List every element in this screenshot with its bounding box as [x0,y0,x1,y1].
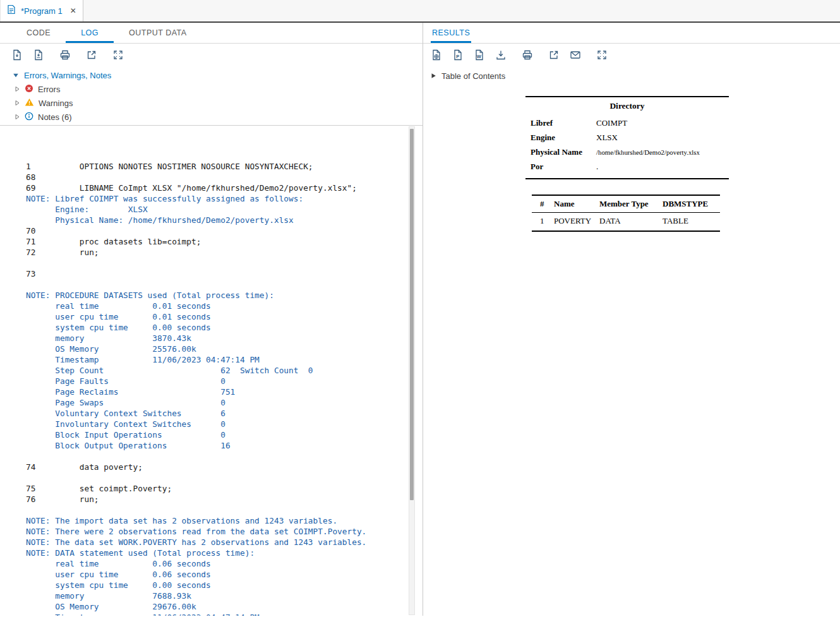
download-pdf-button[interactable]: P [450,47,466,63]
download-log-icon [32,49,45,61]
members-table-body: 1POVERTYDATATABLE [532,213,720,231]
log-line: Page Reclaims 751 [26,386,423,397]
close-tab-icon[interactable]: ✕ [70,7,76,15]
log-line: system cpu time 0.00 seconds [26,580,423,590]
download-word-icon: W [473,49,486,61]
results-panel: RESULTS P [423,23,840,616]
save-log-icon [11,49,23,61]
tab-output-data[interactable]: OUTPUT DATA [114,23,202,43]
members-table-cell: POVERTY [554,216,599,226]
document-tab-title: *Program 1 [21,6,63,16]
maximize-view-icon [112,49,124,61]
directory-row-label: Por [531,162,596,172]
log-line: Step Count 62 Switch Count 0 [26,365,423,376]
notes-label: Notes (6) [38,112,71,122]
program-panel: CODE LOG OUTPUT DATA [0,23,423,616]
log-scrollbar-thumb[interactable] [410,129,414,500]
program-view-tabs: CODE LOG OUTPUT DATA [0,23,423,44]
members-header-cell: Member Type [599,199,663,209]
document-tab-program-1[interactable]: *Program 1 ✕ [0,0,83,21]
log-line: Block Output Operations 16 [26,440,423,451]
directory-row-value: XLSX [596,133,618,143]
directory-row-value: . [596,162,598,172]
log-line: 1 OPTIONS NONOTES NOSTIMER NOSOURCE NOSY… [26,161,423,172]
email-results-button[interactable] [567,47,584,63]
error-icon [25,84,33,95]
expand-triangle-icon [14,99,20,108]
directory-table: Directory LibrefCOIMPTEngineXLSXPhysical… [525,96,729,179]
issues-header-label: Errors, Warnings, Notes [24,71,111,80]
members-table-cell: 1 [540,216,554,226]
log-scrollbar[interactable] [409,126,415,615]
members-table-cell: TABLE [663,216,720,226]
log-line: Page Swaps 0 [26,397,423,408]
members-header-cell: Name [554,199,599,209]
tab-code[interactable]: CODE [11,23,66,43]
directory-row-label: Libref [531,118,596,128]
log-viewer[interactable]: 1 OPTIONS NONOTES NOSTIMER NOSOURCE NOSY… [0,126,423,616]
print-icon [59,49,71,61]
warnings-group[interactable]: Warnings [13,96,423,110]
log-line: NOTE: The import data set has 2 observat… [26,515,423,526]
errors-warnings-notes-section: Errors, Warnings, Notes Errors Warnings [0,66,423,126]
log-line: memory 3870.43k [26,333,423,344]
table-of-contents-toggle[interactable]: Table of Contents [423,66,840,82]
open-html-result-icon [430,49,443,61]
toc-label: Table of Contents [441,71,505,81]
maximize-results-view-button[interactable] [594,47,610,63]
notes-group[interactable]: Notes (6) [13,110,423,124]
open-results-new-tab-button[interactable] [546,47,562,63]
download-pdf-icon: P [452,49,464,61]
members-table-row: 1POVERTYDATATABLE [532,213,720,231]
log-line: 73 [26,268,423,279]
download-result-button[interactable] [493,47,509,63]
warning-icon [25,98,34,109]
log-line: Timestamp 11/06/2023 04:47:14 PM [26,354,423,365]
errors-group[interactable]: Errors [13,82,423,96]
directory-row-label: Physical Name [531,147,596,157]
log-line: 76 run; [26,494,423,505]
log-line: user cpu time 0.01 seconds [26,311,423,322]
directory-table-title: Directory [525,99,729,116]
print-results-button[interactable] [519,47,536,63]
log-line: real time 0.06 seconds [26,558,423,569]
log-line: system cpu time 0.00 seconds [26,322,423,333]
directory-row: Physical Name/home/fkhurshed/Demo2/pover… [525,145,729,159]
email-icon [569,49,582,61]
expand-triangle-icon [14,112,20,122]
log-line: OS Memory 25576.00k [26,344,423,354]
print-icon [521,49,534,61]
results-view-tabs: RESULTS [423,23,840,44]
open-log-new-tab-button[interactable] [83,47,100,63]
members-header-cell: # [540,199,554,209]
log-line: OS Memory 29676.00k [26,601,423,612]
svg-text:P: P [456,54,459,59]
errors-warnings-notes-toggle[interactable]: Errors, Warnings, Notes [13,68,423,82]
download-word-button[interactable]: W [471,47,488,63]
directory-table-body: LibrefCOIMPTEngineXLSXPhysical Name/home… [525,116,729,174]
log-line [26,451,423,462]
download-log-button[interactable] [30,47,47,63]
log-line: NOTE: DATA statement used (Total process… [26,548,423,558]
log-line: 74 data poverty; [26,462,423,472]
expand-triangle-icon [431,71,436,81]
log-line: 69 LIBNAME CoImpt XLSX "/home/fkhurshed/… [26,183,423,193]
maximize-log-view-button[interactable] [110,47,126,63]
log-line: real time 0.01 seconds [26,301,423,311]
log-line: 71 proc datasets lib=coimpt; [26,236,423,247]
results-toolbar: P W [423,44,840,66]
svg-text:W: W [477,54,482,59]
errors-label: Errors [38,85,60,94]
tab-log[interactable]: LOG [66,23,114,43]
log-line: Block Input Operations 0 [26,429,423,440]
warnings-label: Warnings [39,99,73,108]
tab-results[interactable]: RESULTS [431,23,471,43]
log-line: NOTE: PROCEDURE DATASETS used (Total pro… [26,290,423,301]
open-html-result-button[interactable] [428,47,445,63]
save-log-button[interactable] [9,47,25,63]
members-table: #NameMember TypeDBMSTYPE 1POVERTYDATATAB… [532,195,720,232]
program-icon [6,4,16,17]
log-line: Voluntary Context Switches 6 [26,408,423,419]
directory-row-value: /home/fkhurshed/Demo2/poverty.xlsx [596,148,700,156]
print-log-button[interactable] [57,47,73,63]
